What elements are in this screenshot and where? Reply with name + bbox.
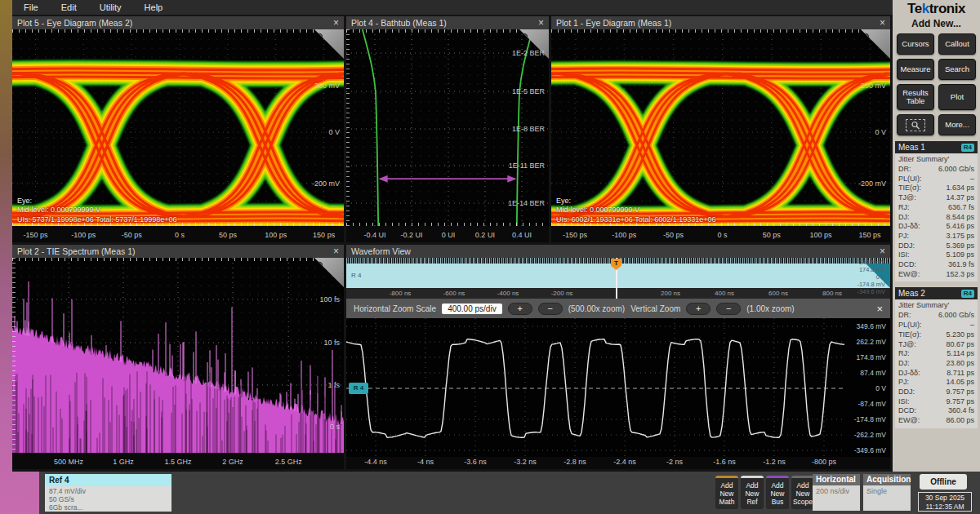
- meas-result-row: DJ-δδ:5.416 ps: [898, 222, 974, 232]
- bottom-bar: Ref 4 87.4 mV/div 50 GS/s 6Gb scra... Ad…: [39, 472, 980, 514]
- meas2-summary-label: Jitter Summary': [898, 301, 974, 310]
- axis-tick-label: 200 ns: [661, 290, 680, 297]
- axis-tick-label: -4.4 ns: [364, 458, 387, 466]
- waveform-chart-area: R 4 349.6 mV262.2 mV174.8 mV87.4 mV0 V-8…: [346, 318, 890, 457]
- axis-tick-label: 50 ps: [763, 231, 781, 239]
- ref4-channel-badge[interactable]: Ref 4 87.4 mV/div 50 GS/s 6Gb scra...: [45, 474, 172, 512]
- plot-button[interactable]: Plot: [938, 84, 976, 110]
- menu-help[interactable]: Help: [145, 2, 163, 12]
- meas2-source-badge: R4: [961, 290, 974, 298]
- overview-zoom-corner-icon[interactable]: [866, 264, 890, 288]
- menu-bar: File Edit Utility Help: [12, 0, 893, 15]
- vzoom-plus-button[interactable]: +: [686, 303, 710, 315]
- zoom-select-icon: [906, 119, 925, 131]
- plot5-title-bar[interactable]: Plot 5 - Eye Diagram (Meas 2) ×: [12, 16, 344, 29]
- meas2-header[interactable]: Meas 2 R4: [895, 287, 978, 299]
- more-button[interactable]: More...: [938, 114, 976, 135]
- axis-tick-label: -800 ps: [812, 458, 836, 466]
- meas-result-row: DCD:361.9 fs: [898, 260, 974, 270]
- add-new-bus-button[interactable]: AddNewBus: [766, 476, 789, 509]
- cursors-button[interactable]: Cursors: [897, 33, 934, 55]
- add-new-scope-button[interactable]: AddNewScope: [791, 476, 814, 509]
- axis-tick-label: -50 ps: [663, 231, 684, 239]
- waveform-close-button[interactable]: ×: [880, 245, 885, 258]
- search-button[interactable]: Search: [938, 59, 976, 80]
- add-new-buttons: AddNewMathAddNewRefAddNewBusAddNewScope: [715, 476, 814, 509]
- axis-tick-label: -800 ns: [390, 290, 412, 297]
- callout-button[interactable]: Callout: [938, 33, 976, 55]
- axis-tick-label: -100 ps: [612, 231, 636, 239]
- horizontal-settings-panel[interactable]: Horizontal 200 ns/div: [813, 474, 860, 511]
- plot4-chart-area: 1E-2 BER1E-5 BER1E-8 BER1E-11 BER1E-14 B…: [346, 29, 549, 226]
- hzoom-plus-button[interactable]: +: [508, 303, 532, 315]
- waveform-source-badge[interactable]: R 4: [349, 383, 368, 394]
- plot5-x-axis: -150 ps-100 ps-50 ps0 s50 ps100 ps150 ps: [12, 226, 344, 242]
- axis-tick-label: 400 ns: [715, 290, 734, 297]
- axis-tick-label: -4 ns: [417, 458, 434, 466]
- axis-tick-label: 600 ns: [768, 290, 788, 297]
- zoom-toolbar: Horizontal Zoom Scale 400.00 ps/div + − …: [346, 299, 890, 318]
- tektronix-logo: Tektronix: [893, 1, 980, 17]
- plot2-x-axis: 500 MHz1 GHz1.5 GHz2 GHz2.5 GHz: [12, 453, 344, 469]
- plot2-close-button[interactable]: ×: [333, 245, 339, 258]
- meas-result-row: DR:6.000 Gb/s: [898, 165, 974, 175]
- zoom-select-tool-button[interactable]: [897, 114, 934, 135]
- plot5-close-button[interactable]: ×: [333, 16, 339, 29]
- meas-result-row: RJ:5.114 ps: [898, 349, 974, 359]
- meas-result-row: EW@:152.3 ps: [898, 270, 974, 280]
- axis-tick-label: 1.5 GHz: [164, 458, 191, 466]
- plot5-chart-area: 200 mV0 V-200 mV Eye: Mid-level: 0.00079…: [12, 29, 344, 226]
- vzoom-minus-button[interactable]: −: [716, 303, 741, 315]
- tick-marks: [551, 29, 890, 33]
- axis-tick-label: 150 ps: [313, 231, 335, 239]
- axis-tick-label: 0 UI: [442, 231, 456, 239]
- menu-edit[interactable]: Edit: [61, 2, 77, 12]
- plot1-title: Plot 1 - Eye Diagram (Meas 1): [556, 18, 671, 28]
- axis-tick-label: -600 ns: [443, 290, 466, 297]
- axis-tick-label: 0.4 UI: [512, 231, 532, 239]
- axis-tick-label: -0.2 UI: [401, 231, 423, 239]
- add-new-math-button[interactable]: AddNewMath: [715, 476, 738, 509]
- plot4-title: Plot 4 - Bathtub (Meas 1): [351, 18, 447, 28]
- plot2-title: Plot 2 - TIE Spectrum (Meas 1): [17, 246, 136, 256]
- plot1-eye-diagram-panel: Plot 1 - Eye Diagram (Meas 1) × 200 mV0 …: [551, 16, 890, 242]
- app-window: File Edit Utility Help Plot 5 - Eye Diag…: [0, 0, 980, 514]
- plot1-close-button[interactable]: ×: [880, 16, 885, 29]
- hzoom-minus-button[interactable]: −: [538, 303, 563, 315]
- hzoom-scale-input[interactable]: 400.00 ps/div: [442, 304, 502, 314]
- plot4-title-bar[interactable]: Plot 4 - Bathtub (Meas 1) ×: [346, 16, 549, 29]
- meas-result-row: DJ:8.544 ps: [898, 213, 974, 223]
- datetime-display[interactable]: 30 Sep 2025 11:12:35 AM: [918, 492, 972, 512]
- plot1-title-bar[interactable]: Plot 1 - Eye Diagram (Meas 1) ×: [551, 16, 890, 29]
- meas-result-row: PL(UI):–: [898, 175, 974, 184]
- meas1-results-panel: Meas 1 R4 Jitter Summary' DR:6.000 Gb/sP…: [895, 141, 978, 281]
- meas-result-row: DDJ:5.369 ps: [898, 241, 974, 251]
- results-table-button[interactable]: Results Table: [897, 84, 934, 110]
- axis-tick-label: 500 MHz: [54, 458, 83, 466]
- meas-result-row: PJ:3.175 ps: [898, 232, 974, 241]
- meas2-results-panel: Meas 2 R4 Jitter Summary' DR:6.000 Gb/sP…: [895, 287, 978, 428]
- meas-result-row: PJ:14.05 ps: [898, 378, 974, 388]
- zoom-toolbar-close-button[interactable]: ×: [876, 303, 883, 315]
- meas-result-row: TIE(σ):5.230 ps: [898, 330, 974, 340]
- meas-result-row: ISI:5.109 ps: [898, 250, 974, 260]
- hzoom-factor: (500.00x zoom): [568, 304, 625, 313]
- plot2-title-bar[interactable]: Plot 2 - TIE Spectrum (Meas 1) ×: [12, 245, 344, 258]
- acquisition-settings-panel[interactable]: Acquisition Single: [863, 474, 911, 511]
- plot1-chart-area: 200 mV0 V-200 mV Eye: Mid-level: 0.00079…: [551, 29, 890, 226]
- menu-utility[interactable]: Utility: [100, 2, 122, 12]
- menu-file[interactable]: File: [24, 2, 38, 12]
- plot4-close-button[interactable]: ×: [538, 16, 544, 29]
- meas1-header[interactable]: Meas 1 R4: [895, 141, 978, 153]
- measure-button[interactable]: Measure: [897, 59, 934, 80]
- offline-button[interactable]: Offline: [920, 474, 967, 490]
- axis-tick-label: -1.6 ns: [713, 458, 736, 466]
- meas-result-row: TIE(σ):1.634 ps: [898, 184, 974, 193]
- tick-marks: [346, 29, 549, 33]
- plot2-chart-area: 100 fs10 fs1 fs0 s: [12, 258, 344, 453]
- axis-tick-label: -100 ps: [71, 231, 96, 239]
- tick-marks: [12, 258, 344, 261]
- waveform-title-bar[interactable]: Waveform View ×: [346, 245, 890, 258]
- axis-tick-label: 0.2 UI: [475, 231, 495, 239]
- add-new-ref-button[interactable]: AddNewRef: [741, 476, 764, 509]
